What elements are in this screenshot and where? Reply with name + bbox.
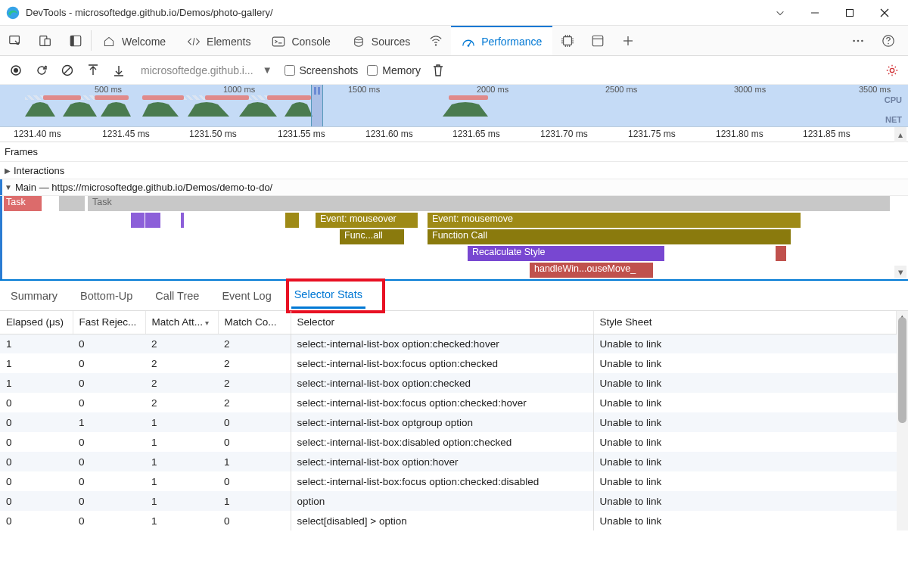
overview-tick: 2500 ms <box>605 85 637 94</box>
flame-purple-slice[interactable] <box>181 213 184 228</box>
overview-tick: 1000 ms <box>223 85 255 94</box>
svg-point-20 <box>857 39 860 42</box>
tab-sources[interactable]: Sources <box>341 26 421 55</box>
svg-rect-14 <box>564 36 572 45</box>
tab-elements[interactable]: Elements <box>176 26 261 55</box>
vertical-scrollbar[interactable]: ▴ <box>897 311 908 530</box>
flame-event-mousemove[interactable]: Event: mousemove <box>428 213 801 228</box>
table-cell: 0 <box>73 334 145 353</box>
flame-purple-slice[interactable] <box>145 213 160 228</box>
detail-tab-bottom-up[interactable]: Bottom-Up <box>77 284 135 308</box>
main-track-header[interactable]: ▼Main — https://microsoftedge.github.io/… <box>0 179 908 196</box>
scrollbar-thumb[interactable] <box>898 317 906 423</box>
table-row[interactable]: 0022select:-internal-list-box:focus opti… <box>0 393 897 412</box>
memory-tool-icon[interactable] <box>552 26 583 55</box>
table-cell: 0 <box>73 353 145 373</box>
dock-icon[interactable] <box>61 26 91 55</box>
memory-checkbox[interactable]: Memory <box>367 64 421 76</box>
col-match-co[interactable]: Match Co... <box>218 311 291 334</box>
scroll-up-icon[interactable]: ▴ <box>894 127 906 142</box>
tab-performance[interactable]: Performance <box>451 26 552 55</box>
overview-tick: 3000 ms <box>734 85 766 94</box>
tab-console[interactable]: Console <box>261 26 340 55</box>
flame-function-call[interactable]: Function Call <box>428 229 791 244</box>
detail-tab-event-log[interactable]: Event Log <box>219 284 274 308</box>
flame-recalc-style[interactable]: Recalculate Style <box>468 246 664 261</box>
flame-chart-area[interactable]: Frames ▶Interactions ▼Main — https://mic… <box>0 142 908 281</box>
table-row[interactable]: 1022select:-internal-list-box option:che… <box>0 373 897 393</box>
recording-dropdown-icon[interactable]: ▼ <box>263 64 272 76</box>
col-fast-reject[interactable]: Fast Rejec... <box>73 311 145 334</box>
col-elapsed[interactable]: Elapsed (μs) <box>0 311 73 334</box>
trash-button[interactable] <box>430 62 446 79</box>
inspect-icon[interactable] <box>0 26 30 55</box>
table-row[interactable]: 0010select:-internal-list-box:focus opti… <box>0 471 897 491</box>
upload-button[interactable] <box>85 62 101 79</box>
table-row[interactable]: 1022select:-internal-list-box option:che… <box>0 334 897 353</box>
flame-gray-slice[interactable] <box>59 196 85 211</box>
table-cell: 0 <box>73 491 145 511</box>
overview-tick: 1500 ms <box>348 85 380 94</box>
timeline-overview[interactable]: 500 ms 1000 ms 1500 ms 2000 ms 2500 ms 3… <box>0 85 908 127</box>
table-row[interactable]: 0110select:-internal-list-box optgroup o… <box>0 412 897 432</box>
flame-red-slice[interactable] <box>776 246 786 261</box>
help-icon[interactable] <box>873 34 903 48</box>
table-row[interactable]: 1022select:-internal-list-box:focus opti… <box>0 353 897 373</box>
record-button[interactable] <box>8 62 24 79</box>
table-row[interactable]: 0011optionUnable to link <box>0 491 897 511</box>
device-toggle-icon[interactable] <box>30 26 61 55</box>
gauge-icon <box>462 35 475 48</box>
detail-tab-selector-stats[interactable]: Selector Stats <box>291 282 365 309</box>
chevron-down-icon[interactable] <box>763 8 798 18</box>
table-cell: 2 <box>145 353 218 373</box>
flame-func-short[interactable]: Func...all <box>340 229 404 244</box>
overview-scrubber[interactable] <box>311 85 323 126</box>
col-selector[interactable]: Selector <box>291 311 593 334</box>
frames-track[interactable]: Frames <box>0 142 908 162</box>
table-row[interactable]: 0010select[disabled] > optionUnable to l… <box>0 511 897 530</box>
flame-handle-mousemove[interactable]: handleWin...ouseMove_ <box>530 263 653 278</box>
detail-tab-call-tree[interactable]: Call Tree <box>152 284 202 308</box>
minimize-button[interactable] <box>798 0 832 26</box>
flame-event-mouseover[interactable]: Event: mouseover <box>316 213 418 228</box>
clear-button[interactable] <box>59 62 76 79</box>
col-match-att[interactable]: Match Att... <box>145 311 218 334</box>
table-row[interactable]: 0011select:-internal-list-box option:hov… <box>0 452 897 471</box>
more-icon[interactable] <box>843 34 873 48</box>
window-titlebar: DevTools - microsoftedge.github.io/Demos… <box>0 0 908 26</box>
table-cell: 0 <box>0 511 73 530</box>
ruler-tick: 1231.50 ms <box>189 129 237 139</box>
main-flame-chart[interactable]: Task Task Event: mouseover Event: mousem… <box>0 196 908 279</box>
selector-stats-table: ▴ Elapsed (μs) Fast Rejec... Match Att..… <box>0 311 908 530</box>
table-cell: 0 <box>73 432 145 452</box>
col-style-sheet[interactable]: Style Sheet <box>593 311 897 334</box>
settings-gear-icon[interactable] <box>884 62 900 79</box>
table-cell: select:-internal-list-box option:hover <box>291 452 593 471</box>
maximize-button[interactable] <box>832 0 867 26</box>
ruler-tick: 1231.85 ms <box>803 129 850 139</box>
scroll-down-icon[interactable]: ▾ <box>894 266 906 278</box>
reload-record-button[interactable] <box>33 62 50 79</box>
add-tab-icon[interactable] <box>613 26 643 55</box>
flame-purple-slice[interactable] <box>131 213 145 228</box>
interactions-track[interactable]: ▶Interactions <box>0 162 908 179</box>
table-cell: select:-internal-list-box:disabled optio… <box>291 432 593 452</box>
application-icon[interactable] <box>583 26 613 55</box>
table-row[interactable]: 0010select:-internal-list-box:disabled o… <box>0 432 897 452</box>
recording-url[interactable]: microsoftedge.github.i... <box>141 64 253 76</box>
svg-rect-10 <box>273 37 285 46</box>
screenshots-checkbox[interactable]: Screenshots <box>285 64 359 76</box>
close-button[interactable] <box>867 0 902 26</box>
tab-welcome[interactable]: Welcome <box>92 26 176 55</box>
flame-olive-slice[interactable] <box>285 213 299 228</box>
network-conditions-icon[interactable] <box>421 26 451 55</box>
table-cell: Unable to link <box>593 432 897 452</box>
flame-task[interactable]: Task <box>4 196 42 211</box>
table-cell: Unable to link <box>593 334 897 353</box>
svg-rect-5 <box>10 36 20 43</box>
flame-task-long[interactable]: Task <box>88 196 890 211</box>
detail-tab-summary[interactable]: Summary <box>8 284 61 308</box>
table-cell: 1 <box>145 412 218 432</box>
download-button[interactable] <box>110 62 127 79</box>
table-cell: 1 <box>145 511 218 530</box>
